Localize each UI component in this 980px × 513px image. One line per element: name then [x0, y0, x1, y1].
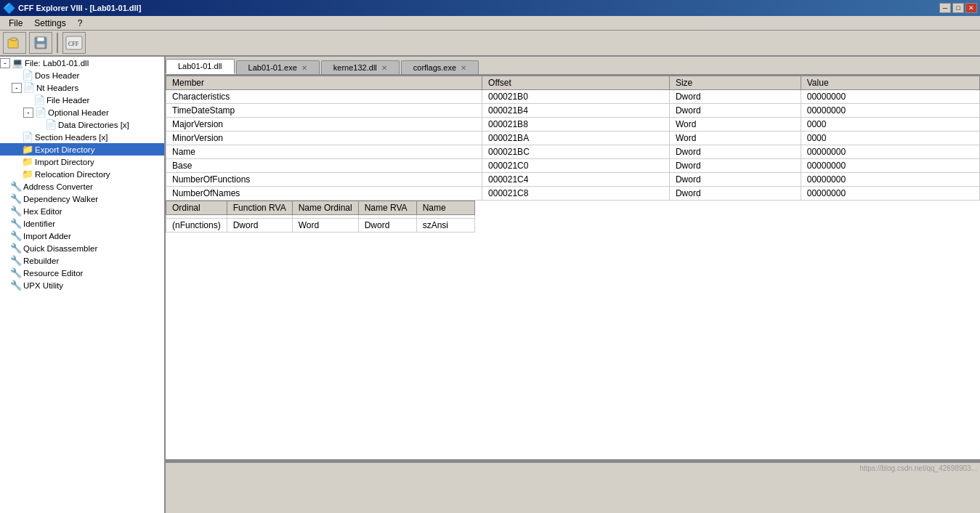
table-cell: 000021B4 [482, 104, 670, 118]
sidebar-item-section-headers[interactable]: 📄Section Headers [x] [0, 131, 164, 143]
plugin-icon: 🔧 [10, 206, 22, 217]
table-row[interactable]: Base000021C0Dword00000000 [166, 159, 980, 173]
table-row[interactable]: NumberOfNames000021C8Dword00000000 [166, 187, 980, 201]
sidebar-item-dependency-walker[interactable]: 🔧Dependency Walker [0, 193, 164, 205]
table-cell: 00000000 [801, 90, 979, 104]
table-cell: 0000 [801, 118, 979, 132]
sidebar-item-rebuilder[interactable]: 🔧Rebuilder [0, 254, 164, 267]
plugin-icon: 🔧 [10, 243, 22, 254]
second-table-wrap: OrdinalFunction RVAName OrdinalName RVAN… [166, 201, 980, 233]
lower-col-header: Name RVA [358, 201, 416, 215]
svg-rect-4 [36, 44, 45, 48]
lower-table-cell: Dword [227, 219, 292, 233]
sidebar-item-file-header[interactable]: 📄File Header [0, 94, 164, 106]
table-cell: 000021B0 [482, 90, 670, 104]
sidebar-item-identifier[interactable]: 🔧Identifier [0, 217, 164, 230]
tree-item-label: Import Adder [23, 232, 71, 241]
maximize-button[interactable]: □ [952, 3, 964, 13]
menu-settings[interactable]: Settings [28, 17, 71, 30]
tree-expander[interactable]: - [0, 58, 10, 68]
computer-icon: 💻 [12, 57, 23, 68]
sidebar-item-relocation-directory[interactable]: 📁Relocation Directory [0, 168, 164, 180]
save-button[interactable] [29, 32, 52, 54]
tab-1[interactable]: Lab01-01.exe✕ [236, 60, 320, 74]
table-row[interactable]: TimeDateStamp000021B4Dword00000000 [166, 104, 980, 118]
menu-file[interactable]: File [3, 17, 28, 30]
table-cell: NumberOfFunctions [166, 173, 482, 187]
plugin-icon: 🔧 [10, 218, 22, 229]
watermark: https://blog.csdn.net/qq_42698903... [166, 463, 980, 474]
folder-icon: 📁 [22, 144, 33, 155]
sidebar-item-import-adder[interactable]: 🔧Import Adder [0, 230, 164, 242]
tab-label: corflags.exe [413, 63, 456, 72]
lower-table-row[interactable]: (nFunctions)DwordWordDwordszAnsi [166, 219, 475, 233]
plugin-icon: 🔧 [10, 181, 22, 192]
menu-help[interactable]: ? [72, 17, 89, 30]
lower-table-cell: (nFunctions) [166, 219, 227, 233]
sidebar-item-resource-editor[interactable]: 🔧Resource Editor [0, 267, 164, 279]
sidebar-item-file-root[interactable]: -💻File: Lab01-01.dll [0, 57, 164, 69]
plugin-icon: 🔧 [10, 193, 22, 204]
tab-2[interactable]: kerne132.dll✕ [321, 60, 400, 74]
table-cell: 00000000 [801, 145, 979, 159]
table-row[interactable]: MajorVersion000021B8Word0000 [166, 118, 980, 132]
table-cell: 000021B8 [482, 118, 670, 132]
tab-close-icon[interactable]: ✕ [301, 64, 307, 72]
tab-3[interactable]: corflags.exe✕ [401, 60, 479, 74]
plugin-icon: 🔧 [10, 267, 22, 278]
sidebar-item-data-directories[interactable]: 📄Data Directories [x] [0, 118, 164, 131]
minimize-button[interactable]: ─ [939, 3, 951, 13]
tree-item-label: Nt Headers [36, 84, 78, 92]
sidebar-item-quick-disassembler[interactable]: 🔧Quick Disassembler [0, 242, 164, 254]
sidebar-item-upx-utility[interactable]: 🔧UPX Utility [0, 279, 164, 291]
sidebar-item-nt-headers[interactable]: -📄Nt Headers [0, 81, 164, 94]
close-button[interactable]: ✕ [965, 3, 977, 13]
sidebar-item-optional-header[interactable]: -📄Optional Header [0, 106, 164, 118]
sidebar-item-address-converter[interactable]: 🔧Address Converter [0, 180, 164, 193]
sidebar-item-import-directory[interactable]: 📁Import Directory [0, 155, 164, 168]
tree-item-label: Hex Editor [23, 207, 62, 216]
lower-table-cell: szAnsi [416, 219, 474, 233]
tab-close-icon[interactable]: ✕ [381, 64, 387, 72]
table-row[interactable]: NumberOfFunctions000021C4Dword00000000 [166, 173, 980, 187]
title-bar-controls[interactable]: ─ □ ✕ [939, 3, 977, 13]
table-cell: 000021C4 [482, 173, 670, 187]
tab-label: kerne132.dll [333, 63, 377, 72]
content-area: Lab01-01.dllLab01-01.exe✕kerne132.dll✕co… [166, 57, 980, 513]
tree-item-label: Dependency Walker [23, 195, 98, 203]
table-row[interactable]: Characteristics000021B0Dword00000000 [166, 90, 980, 104]
table-cell: 000021C0 [482, 159, 670, 173]
table-cell: TimeDateStamp [166, 104, 482, 118]
tree-item-label: File: Lab01-01.dll [25, 59, 89, 68]
tree-expander[interactable]: - [23, 108, 33, 118]
tree-item-label: File Header [46, 96, 89, 105]
page-icon: 📄 [22, 132, 33, 142]
tree-item-label: Export Directory [35, 145, 94, 154]
open-button[interactable] [3, 32, 26, 54]
tab-close-icon[interactable]: ✕ [461, 64, 466, 72]
tree-item-label: Optional Header [48, 108, 109, 117]
tree-item-label: Rebuilder [23, 256, 59, 265]
sidebar-item-export-directory[interactable]: 📁Export Directory [0, 143, 164, 155]
sidebar-item-hex-editor[interactable]: 🔧Hex Editor [0, 205, 164, 217]
table-cell: Dword [669, 145, 801, 159]
main-table: MemberOffsetSizeValueCharacteristics0000… [166, 76, 980, 201]
table-cell: 00000000 [801, 173, 979, 187]
page-icon: 📄 [45, 119, 57, 130]
tree-expander[interactable]: - [12, 83, 22, 93]
table-row[interactable]: Name000021BCDword00000000 [166, 145, 980, 159]
table-cell: Word [669, 132, 801, 145]
lower-col-header: Ordinal [166, 201, 227, 215]
cff-icon[interactable]: CFF [62, 32, 86, 54]
lower-col-header: Name [416, 201, 474, 215]
plugin-icon: 🔧 [10, 280, 22, 291]
sidebar-item-dos-header[interactable]: 📄Dos Header [0, 69, 164, 81]
page-icon: 📄 [23, 82, 35, 93]
tab-0[interactable]: Lab01-01.dll [166, 59, 235, 74]
table-cell: Name [166, 145, 482, 159]
tree-item-label: UPX Utility [23, 281, 63, 290]
page-icon: 📄 [35, 107, 46, 118]
toolbar-separator [57, 33, 58, 53]
page-icon: 📄 [33, 94, 45, 105]
table-row[interactable]: MinorVersion000021BAWord0000 [166, 132, 980, 145]
